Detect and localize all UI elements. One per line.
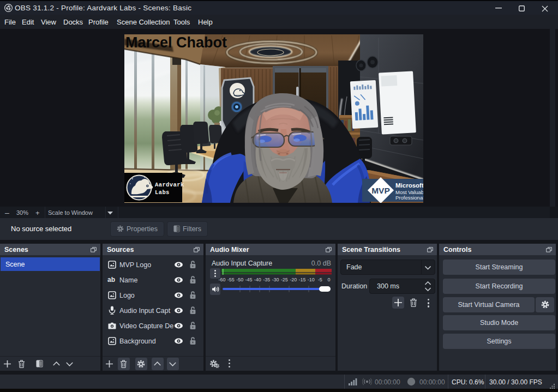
svg-text:Professional: Professional <box>395 195 423 201</box>
svg-text:Labs: Labs <box>155 189 170 196</box>
svg-text:Microsoft®: Microsoft® <box>395 182 423 189</box>
svg-text:Marcel Chabot: Marcel Chabot <box>125 34 227 51</box>
svg-text:Aardvark: Aardvark <box>155 182 184 188</box>
svg-text:MVP: MVP <box>371 186 390 195</box>
